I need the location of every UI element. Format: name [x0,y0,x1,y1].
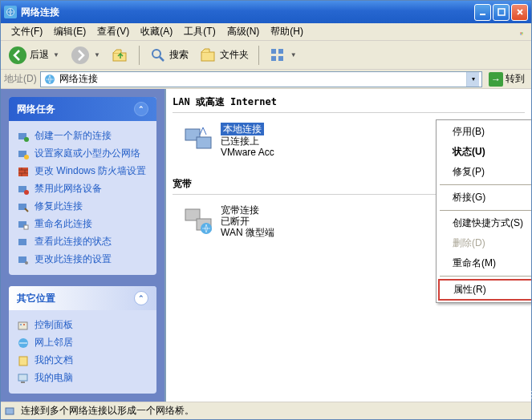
ctx-delete: 删除(D) [438,233,531,253]
context-menu: 停用(B) 状态(U) 修复(P) 桥接(G) 创建快捷方式(S) 删除(D) … [436,119,531,303]
sidebar-item-control-panel[interactable]: 控制面板 [17,317,148,334]
status-text: 连接到多个网络连接以形成一个网络桥。 [21,404,194,418]
minimize-button[interactable] [474,4,491,21]
network-icon [43,73,56,86]
address-bar: 地址(D) 网络连接 ▾ → 转到 [1,70,531,89]
ctx-repair[interactable]: 修复(P) [438,162,531,182]
window-icon [4,6,17,18]
network-adapter-icon [182,123,214,155]
connection-device: VMware Acc [221,147,274,158]
svg-point-32 [23,324,25,325]
ctx-disable[interactable]: 停用(B) [438,122,531,142]
collapse-icon[interactable]: ⌃ [134,291,148,305]
svg-point-8 [71,46,89,64]
svg-rect-34 [19,357,27,365]
svg-rect-6 [522,34,522,34]
sidebar-item-my-documents[interactable]: 我的文档 [17,352,148,370]
sidebar-item-my-computer[interactable]: 我的电脑 [17,370,148,387]
menu-bar: 文件(F) 编辑(E) 查看(V) 收藏(A) 工具(T) 高级(N) 帮助(H… [1,23,531,41]
svg-point-29 [25,261,28,265]
content-area: LAN 或高速 Internet 本地连接 已连接上 VMware Acc 宽带… [164,89,531,402]
svg-rect-1 [480,14,485,15]
close-button[interactable] [511,4,528,21]
menu-separator [440,210,531,211]
go-arrow-icon: → [489,72,503,87]
sidebar-item-setup-network[interactable]: 设置家庭或小型办公网络 [17,145,148,163]
sidebar-item-disable[interactable]: 禁用此网络设备 [17,180,148,198]
svg-rect-2 [498,9,505,15]
go-button[interactable]: → 转到 [485,71,528,88]
forward-button[interactable]: ▼ [67,42,104,68]
svg-rect-14 [271,56,276,61]
dropdown-arrow-icon[interactable]: ▼ [94,51,100,59]
collapse-icon[interactable]: ⌃ [134,102,148,116]
menu-view[interactable]: 查看(V) [91,23,135,40]
svg-point-23 [24,190,29,195]
status-bar: 连接到多个网络连接以形成一个网络桥。 [1,402,531,419]
svg-rect-21 [18,168,28,176]
menu-advanced[interactable]: 高级(N) [221,23,266,40]
address-value: 网络连接 [59,72,463,86]
folders-button[interactable]: 文件夹 [196,43,253,67]
connection-status: 已连接上 [221,135,274,147]
svg-rect-30 [18,322,27,329]
panel-header[interactable]: 网络任务 ⌃ [9,97,156,121]
address-label: 地址(D) [4,72,37,86]
svg-rect-36 [21,382,25,383]
connection-title: 宽带连接 [221,204,274,216]
address-input[interactable]: 网络连接 ▾ [40,71,482,87]
svg-point-18 [24,137,29,142]
up-button[interactable] [108,43,133,67]
back-button[interactable]: 后退 ▼ [4,42,63,68]
network-tasks-panel: 网络任务 ⌃ 创建一个新的连接 设置家庭或小型办公网络 更改 Windows 防… [9,97,156,275]
menu-file[interactable]: 文件(F) [6,23,48,40]
svg-rect-3 [520,32,521,33]
network-status-icon [4,405,17,418]
menu-help[interactable]: 帮助(H) [265,23,309,40]
section-header-lan: LAN 或高速 Internet [173,92,525,113]
title-bar: 网络连接 [1,1,531,23]
ctx-status[interactable]: 状态(U) [438,142,531,162]
ctx-properties[interactable]: 属性(R) [438,279,531,301]
svg-point-10 [152,50,160,58]
svg-rect-12 [271,49,276,54]
connection-device: WAN 微型端 [221,227,274,238]
other-places-panel: 其它位置 ⌃ 控制面板 网上邻居 我的文档 我的电脑 [9,286,156,394]
connection-title: 本地连接 [221,123,264,135]
sidebar-item-repair[interactable]: 修复此连接 [17,198,148,216]
menu-edit[interactable]: 编辑(E) [48,23,91,40]
address-dropdown-icon[interactable]: ▾ [466,72,479,87]
svg-rect-5 [520,34,521,34]
svg-rect-27 [18,239,26,245]
svg-rect-26 [24,225,28,229]
sidebar-item-status[interactable]: 查看此连接的状态 [17,233,148,251]
toolbar: 后退 ▼ ▼ 搜索 文件夹 ▼ [1,41,531,70]
broadband-icon [182,204,214,236]
menu-tools[interactable]: 工具(T) [178,23,221,40]
maximize-button[interactable] [493,4,510,21]
svg-rect-15 [278,56,283,61]
panel-header[interactable]: 其它位置 ⌃ [9,286,156,310]
ctx-shortcut[interactable]: 创建快捷方式(S) [438,213,531,233]
menu-separator [440,184,531,185]
svg-rect-4 [522,32,522,33]
sidebar-item-firewall[interactable]: 更改 Windows 防火墙设置 [17,163,148,180]
dropdown-arrow-icon[interactable]: ▼ [290,51,297,59]
svg-rect-35 [18,374,27,381]
svg-rect-38 [197,137,211,148]
ctx-bridge[interactable]: 桥接(G) [438,188,531,208]
dropdown-arrow-icon[interactable]: ▼ [53,51,59,59]
svg-point-31 [20,324,22,325]
svg-point-20 [24,155,29,160]
sidebar-item-rename[interactable]: 重命名此连接 [17,216,148,233]
search-button[interactable]: 搜索 [145,43,193,67]
sidebar-item-settings[interactable]: 更改此连接的设置 [17,251,148,269]
sidebar-item-network-places[interactable]: 网上邻居 [17,334,148,352]
sidebar-item-new-connection[interactable]: 创建一个新的连接 [17,127,148,145]
menu-favorites[interactable]: 收藏(A) [135,23,178,40]
svg-rect-11 [201,52,214,61]
ctx-rename[interactable]: 重命名(M) [438,253,531,273]
svg-rect-13 [278,49,283,54]
view-button[interactable]: ▼ [265,43,301,67]
connection-status: 已断开 [221,216,274,227]
